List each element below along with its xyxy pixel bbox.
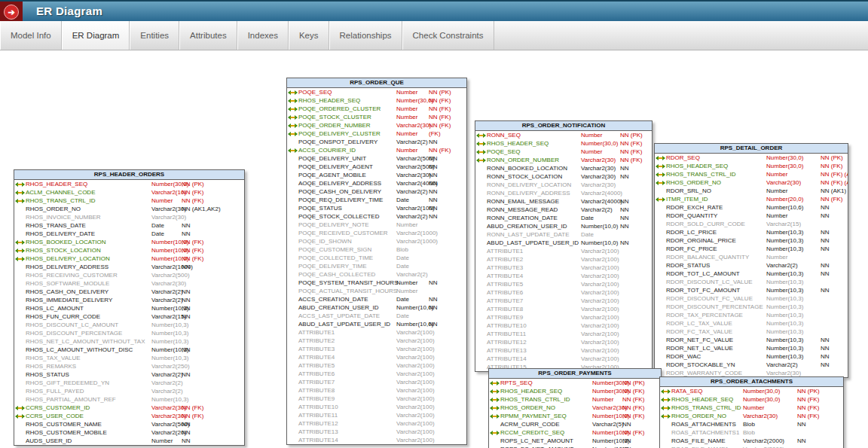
- column-row[interactable]: RDOR_DISCOUNT_FC_VALUENumber(10,3): [655, 294, 848, 303]
- column-row[interactable]: ATTRIBUTE4Varchar2(100): [475, 272, 652, 280]
- column-row[interactable]: POQE_DELIVERY_CLUSTERNumber(FK): [287, 130, 466, 138]
- column-row[interactable]: POQE_DELIVERY_TIMEDate: [287, 262, 466, 270]
- column-row[interactable]: RHOS_GIFT_REDEEMED_YNVarchar2(2): [14, 379, 244, 387]
- column-row[interactable]: ABUD_LAST_UPDATE_USER_IDNumber(10,0)NN: [475, 239, 652, 247]
- column-row[interactable]: RONN_BOOKED_LOCATIONVarchar2(30)NN: [475, 164, 652, 172]
- column-row[interactable]: RONN_STOCK_LOCATIONVarchar2(30)NN: [475, 172, 652, 181]
- column-row[interactable]: RDOR_DISCOUNT_LC_VALUENumber(10,3): [655, 278, 848, 286]
- column-row[interactable]: RHOS_STOCK_LOCATIONNumber(10,0)NN (FK): [14, 246, 244, 254]
- entity-title[interactable]: RPS_DETAIL_ORDER: [655, 144, 848, 154]
- diagram-canvas[interactable]: RPS_HEADER_ORDERSRHOS_HEADER_SEQNumber(3…: [0, 50, 868, 448]
- column-row[interactable]: ATTRIBUTE10Varchar2(100): [475, 322, 652, 330]
- column-row[interactable]: RPTS_SEQNumber(30,0)NN (PK): [489, 379, 661, 387]
- column-row[interactable]: ATTRIBUTE1Varchar2(100): [287, 328, 466, 337]
- column-row[interactable]: RHOS_FULL_PAYEDVarchar2(2): [14, 387, 244, 395]
- column-row[interactable]: RHOS_INVOICE_NUMBERVarchar2(30): [14, 213, 244, 221]
- tab-relationships[interactable]: Relationships: [329, 21, 402, 50]
- tab-check-constraints[interactable]: Check Constraints: [402, 21, 494, 50]
- column-row[interactable]: ATTRIBUTE6Varchar2(100): [475, 288, 652, 297]
- column-row[interactable]: ATTRIBUTE5Varchar2(100): [287, 361, 466, 370]
- column-row[interactable]: RHOS_LC_AMOUNTNumber(10,3)NN: [14, 304, 244, 312]
- column-row[interactable]: POQE_SEQNumberNN (FK): [475, 148, 652, 156]
- entity-title[interactable]: RPS_ORDER_ATACHMENTS: [660, 377, 843, 387]
- column-row[interactable]: POQE_STOCK_COLLECTEDVarchar2(2)NN: [287, 212, 466, 221]
- column-row[interactable]: RDOR_BALANCE_QUANTITYNumber: [655, 253, 848, 261]
- column-row[interactable]: ATTRIBUTE12Varchar2(100): [287, 419, 466, 428]
- column-row[interactable]: ATTRIBUTE1Varchar2(100): [475, 247, 652, 255]
- column-row[interactable]: ABUD_CREATION_USER_IDNumber(10,0)NN: [475, 222, 652, 230]
- column-row[interactable]: AOQE_DELIVERY_ADDRESSVarchar2(4000)NN: [287, 179, 466, 187]
- column-row[interactable]: CCRS_USER_CODEVarchar2(30)NN (FK): [14, 412, 244, 420]
- column-row[interactable]: ATTRIBUTE10Varchar2(100): [287, 403, 466, 411]
- column-row[interactable]: ATTRIBUTE11Varchar2(100): [287, 411, 466, 419]
- column-row[interactable]: RONN_MESSAGE_READVarchar2(2)NN: [475, 206, 652, 214]
- tab-entities[interactable]: Entities: [130, 21, 179, 50]
- entity-rps_order_payments[interactable]: RPS_ORDER_PAYMENTSRPTS_SEQNumber(30,0)NN…: [488, 368, 662, 448]
- column-row[interactable]: RHOS_NET_LC_AMOUNT_WITHOUT_TAXNumber(10,…: [14, 337, 244, 346]
- column-row[interactable]: RDOR_SOLD_CURR_CODEVarchar2(15): [655, 220, 848, 228]
- column-row[interactable]: RHOS_TRANS_CTRL_IDNumberNN (FK): [660, 404, 843, 412]
- column-row[interactable]: ATTRIBUTE2Varchar2(100): [287, 337, 466, 345]
- column-row[interactable]: POQE_AGENT_MOBILEVarchar2(30)NN: [287, 171, 466, 179]
- column-row[interactable]: ITMR_ITEM_IDNumber(20,0)NN (FK): [655, 195, 848, 203]
- column-row[interactable]: POQE_ORDER_NUMBERVarchar2(30)NN (FK): [287, 121, 466, 130]
- column-row[interactable]: ATTRIBUTE6Varchar2(100): [287, 370, 466, 378]
- column-row[interactable]: RHOS_DELIVERY_LOCATIONNumber(10,0)NN (FK…: [14, 254, 244, 263]
- column-row[interactable]: ROAS_ATTACHMENTS1Blob: [660, 428, 843, 437]
- column-row[interactable]: RHOS_LC_AMOUNT_WITHOUT_DISCNumber(10,3)N…: [14, 346, 244, 354]
- column-row[interactable]: ACCS_COURIER_IDNumberNN (FK): [287, 146, 466, 154]
- column-row[interactable]: RHOS_PARTIAL_AMOUNT_REFNumber(10,3): [14, 395, 244, 404]
- column-row[interactable]: RDOR_STATUSVarchar2(2)NN: [655, 261, 848, 270]
- column-row[interactable]: ATTRIBUTE13Varchar2(100): [475, 346, 652, 355]
- column-row[interactable]: RHOS_HEADER_SEQNumber(30,0)NN (FK): [489, 387, 661, 395]
- column-row[interactable]: RDOR_TAX_PERCENTAGENumber(10,3): [655, 311, 848, 319]
- column-row[interactable]: ACRM_CURR_CODEVarchar2(5)NN: [489, 420, 661, 428]
- column-row[interactable]: POQE_SYSTEM_TRANSIT_HOURSNumberNN: [287, 279, 466, 287]
- column-row[interactable]: CCRS_CUSTOMER_IDVarchar2(30)NN (FK): [14, 404, 244, 412]
- column-row[interactable]: RHOS_CUSTOMER_MOBILEVarchar2(20)NN: [14, 428, 244, 437]
- column-row[interactable]: ATTRIBUTE9Varchar2(100): [475, 313, 652, 322]
- app-logo-button[interactable]: ➔: [0, 2, 23, 23]
- column-row[interactable]: RDOR_SRL_NONumberNN (AK1): [655, 187, 848, 195]
- tab-attributes[interactable]: Attributes: [179, 21, 237, 50]
- tab-model-info[interactable]: Model Info: [0, 21, 62, 50]
- column-row[interactable]: POQE_DELIVERY_UNITVarchar2(500)NN: [287, 154, 466, 163]
- column-row[interactable]: RDOR_EXCH_RATENumber(10,6)NN: [655, 203, 848, 212]
- column-row[interactable]: RDOR_ORGINAL_PRICENumber(10,3)NN: [655, 236, 848, 245]
- column-row[interactable]: POQE_SEQNumberNN (PK): [287, 88, 466, 96]
- column-row[interactable]: ATTRIBUTE7Varchar2(100): [475, 297, 652, 305]
- column-row[interactable]: RHOS_HEADER_SEQNumber(30,0)NN (FK): [660, 395, 843, 404]
- column-row[interactable]: RDOR_LC_PRICENumber(10,3)NN: [655, 228, 848, 236]
- tab-er-diagram[interactable]: ER Diagram: [62, 21, 130, 50]
- column-row[interactable]: RDOR_NET_FC_VALUENumber(10,3)NN: [655, 336, 848, 344]
- column-row[interactable]: ATTRIBUTE13Varchar2(100): [287, 428, 466, 436]
- column-row[interactable]: RHOS_DISCOUNT_LC_AMOUNTNumber(10,3): [14, 321, 244, 329]
- column-row[interactable]: RHOS_HEADER_SEQNumber(30,0)NN (PK): [14, 180, 244, 188]
- column-row[interactable]: RHOS_TRANS_CTRL_IDNumberNN (FK): [489, 395, 661, 404]
- entity-title[interactable]: RPS_ORDER_NOTIFICATION: [475, 121, 652, 131]
- column-row[interactable]: RHOS_DISCOUNT_PERCENTAGENumber(10,3): [14, 329, 244, 337]
- column-row[interactable]: RHOS_BOOKED_LOCATIONNumber(10,0)NN (FK): [14, 238, 244, 246]
- column-row[interactable]: RHOS_REMARKSVarchar2(250): [14, 362, 244, 370]
- column-row[interactable]: RHOS_HEADER_SEQNumber(30,0)NN (FK): [475, 139, 652, 148]
- column-row[interactable]: RONN_LAST_UPDATE_DATEDate: [475, 230, 652, 239]
- column-row[interactable]: ATTRIBUTE14Varchar2(100): [475, 355, 652, 363]
- column-row[interactable]: ABUD_LAST_UPDATE_USER_IDNumber(10,0)NN: [287, 320, 466, 328]
- column-row[interactable]: RDOR_TOT_FC_AMOUNTNumber(10,3)NN: [655, 286, 848, 294]
- column-row[interactable]: RHOS_IMMEDIATE_DELIVERYVarchar2(2)NN: [14, 296, 244, 304]
- column-row[interactable]: ATTRIBUTE3Varchar2(100): [475, 264, 652, 272]
- column-row[interactable]: ACCS_CREATION_DATEDateNN: [287, 295, 466, 303]
- column-row[interactable]: ATTRIBUTE11Varchar2(100): [475, 330, 652, 338]
- column-row[interactable]: RHOS_TRANS_CTRL_IDNumberNN (FK): [14, 197, 244, 205]
- column-row[interactable]: RHOS_ORDER_NOVarchar2(30)NN (FK): [489, 404, 661, 412]
- column-row[interactable]: RHOS_STATUSVarchar2(2)NN: [14, 370, 244, 379]
- column-row[interactable]: ATTRIBUTE14Varchar2(100): [287, 436, 466, 444]
- column-row[interactable]: RPMM_PAYMENT_SEQNumber(10,0)NN (FK): [489, 412, 661, 420]
- column-row[interactable]: ROAS_ATTACHMENTSBlobNN: [660, 420, 843, 428]
- column-row[interactable]: ABUD_CREATION_USER_IDNumber(10,0)NN: [287, 303, 466, 312]
- column-row[interactable]: POQE_RECEIVED_CUSTOMERVarchar2(1000): [287, 229, 466, 237]
- entity-rps_header_orders[interactable]: RPS_HEADER_ORDERSRHOS_HEADER_SEQNumber(3…: [14, 169, 245, 446]
- column-row[interactable]: ATTRIBUTE8Varchar2(100): [287, 386, 466, 395]
- column-row[interactable]: RDOR_STOCKABLE_YNVarchar2(2)NN: [655, 361, 848, 369]
- column-row[interactable]: RONN_DELIVERY_LOCATIONVarchar2(30): [475, 181, 652, 189]
